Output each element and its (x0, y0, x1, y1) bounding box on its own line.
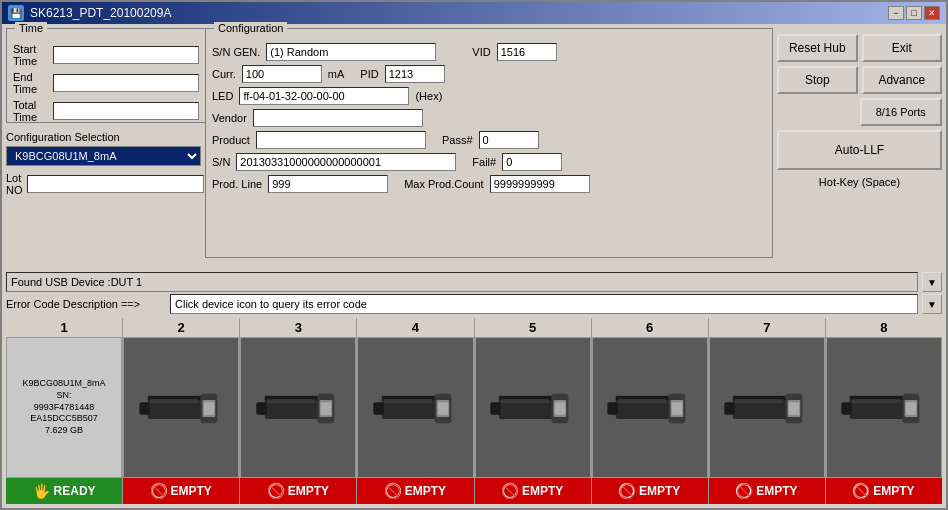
usb-ports-section: 1K9BCG08U1M_8mASN:9993F4781448EA15DCC5B5… (6, 318, 942, 504)
usb-icon-7 (724, 379, 809, 437)
window-title: SK6213_PDT_20100209A (30, 6, 171, 20)
vendor-input[interactable] (253, 109, 423, 127)
port-image-8[interactable] (826, 337, 942, 478)
title-bar: 💾 SK6213_PDT_20100209A − □ ✕ (2, 2, 946, 24)
config-dropdown[interactable]: K9BCG08U1M_8mA (6, 146, 201, 166)
auto-llf-button[interactable]: Auto-LLF (777, 130, 942, 170)
configuration-group: Configuration S/N GEN. VID Curr. mA PID (205, 28, 773, 258)
time-group: Time Start Time End Time Total Time (6, 28, 206, 123)
right-panel: Reset Hub Exit Stop Advance 8/16 Ports A… (777, 28, 942, 268)
lot-input[interactable] (27, 175, 204, 193)
usb-icon-4 (373, 379, 458, 437)
port-status-3[interactable]: 🚫EMPTY (240, 478, 356, 504)
empty-label-3: EMPTY (288, 484, 329, 498)
pass-label: Pass# (442, 134, 473, 146)
svg-rect-48 (842, 402, 853, 415)
sn-input[interactable] (236, 153, 456, 171)
start-time-row: Start Time (13, 43, 199, 67)
port-info-1: K9BCG08U1M_8mASN:9993F4781448EA15DCC5B50… (21, 376, 108, 438)
product-input[interactable] (256, 131, 426, 149)
vendor-row: Vendor (212, 109, 766, 127)
port-number-3: 3 (295, 318, 302, 337)
error-code-input[interactable] (170, 294, 918, 314)
port-status-1[interactable]: 🖐READY (6, 478, 122, 504)
advance-button[interactable]: Advance (862, 66, 943, 94)
usb-icon-2 (139, 379, 224, 437)
pid-label: PID (360, 68, 378, 80)
port-status-4[interactable]: 🚫EMPTY (357, 478, 473, 504)
fail-input[interactable] (502, 153, 562, 171)
empty-label-2: EMPTY (171, 484, 212, 498)
hex-label: (Hex) (415, 90, 442, 102)
empty-label-6: EMPTY (639, 484, 680, 498)
port-image-4[interactable] (357, 337, 473, 478)
prod-line-row: Prod. Line Max Prod.Count (212, 175, 766, 193)
port-status-5[interactable]: 🚫EMPTY (475, 478, 591, 504)
title-bar-controls: − □ ✕ (888, 6, 940, 20)
max-prod-input[interactable] (490, 175, 590, 193)
svg-rect-34 (608, 402, 619, 415)
status-bars: ▼ Error Code Description ==> ▼ (6, 272, 942, 314)
svg-rect-6 (139, 402, 150, 415)
product-label: Product (212, 134, 250, 146)
start-time-input[interactable] (53, 46, 199, 64)
total-time-input[interactable] (53, 102, 199, 120)
left-panel: Time Start Time End Time Total Time (6, 28, 201, 268)
found-usb-row: ▼ (6, 272, 942, 292)
error-code-dropdown[interactable]: ▼ (922, 294, 942, 314)
pid-input[interactable] (385, 65, 445, 83)
curr-unit: mA (328, 68, 345, 80)
stop-button[interactable]: Stop (777, 66, 858, 94)
end-time-input[interactable] (53, 74, 199, 92)
svg-rect-32 (672, 402, 683, 415)
vid-input[interactable] (497, 43, 557, 61)
configuration-label: Configuration (214, 22, 287, 34)
port-status-6[interactable]: 🚫EMPTY (592, 478, 708, 504)
curr-input[interactable] (242, 65, 322, 83)
port-cell-6: 6 🚫EMPTY (592, 318, 709, 504)
port-number-5: 5 (529, 318, 536, 337)
exit-button[interactable]: Exit (862, 34, 943, 62)
port-image-2[interactable] (123, 337, 239, 478)
port-image-5[interactable] (475, 337, 591, 478)
prod-line-input[interactable] (268, 175, 388, 193)
prod-line-label: Prod. Line (212, 178, 262, 190)
maximize-button[interactable]: □ (906, 6, 922, 20)
time-group-label: Time (15, 22, 47, 34)
reset-hub-button[interactable]: Reset Hub (777, 34, 858, 62)
curr-row: Curr. mA PID (212, 65, 766, 83)
port-cell-2: 2 🚫EMPTY (123, 318, 240, 504)
pass-input[interactable] (479, 131, 539, 149)
sn-gen-input[interactable] (266, 43, 436, 61)
empty-icon-4: 🚫 (385, 483, 401, 499)
empty-icon-5: 🚫 (502, 483, 518, 499)
ports-row: 1K9BCG08U1M_8mASN:9993F4781448EA15DCC5B5… (6, 318, 942, 504)
end-time-label: End Time (13, 71, 49, 95)
lower-buttons-row: 8/16 Ports (777, 98, 942, 126)
max-prod-label: Max Prod.Count (404, 178, 483, 190)
vid-label: VID (472, 46, 490, 58)
found-usb-input[interactable] (6, 272, 918, 292)
found-usb-dropdown[interactable]: ▼ (922, 272, 942, 292)
led-input[interactable] (239, 87, 409, 105)
svg-rect-12 (267, 399, 316, 403)
port-status-7[interactable]: 🚫EMPTY (709, 478, 825, 504)
port-image-1[interactable]: K9BCG08U1M_8mASN:9993F4781448EA15DCC5B50… (6, 337, 122, 478)
main-content: Time Start Time End Time Total Time (2, 24, 946, 508)
port-cell-3: 3 🚫EMPTY (240, 318, 357, 504)
error-code-row: Error Code Description ==> ▼ (6, 294, 942, 314)
port-status-8[interactable]: 🚫EMPTY (826, 478, 942, 504)
minimize-button[interactable]: − (888, 6, 904, 20)
usb-icon-6 (607, 379, 692, 437)
usb-icon-5 (490, 379, 575, 437)
close-button[interactable]: ✕ (924, 6, 940, 20)
port-number-8: 8 (880, 318, 887, 337)
port-image-6[interactable] (592, 337, 708, 478)
main-window: 💾 SK6213_PDT_20100209A − □ ✕ Time Start … (0, 0, 948, 510)
port-image-7[interactable] (709, 337, 825, 478)
port-status-2[interactable]: 🚫EMPTY (123, 478, 239, 504)
port-image-3[interactable] (240, 337, 356, 478)
port-cell-7: 7 🚫EMPTY (709, 318, 826, 504)
app-icon: 💾 (8, 5, 24, 21)
ports-816-button[interactable]: 8/16 Ports (860, 98, 943, 126)
